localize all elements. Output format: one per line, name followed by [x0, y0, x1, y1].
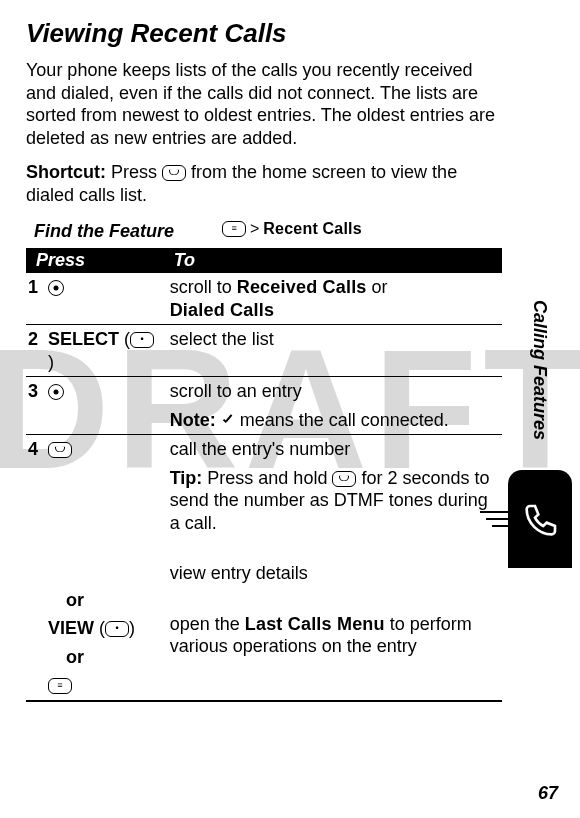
- nav-key-icon: [48, 384, 64, 400]
- intro-paragraph: Your phone keeps lists of the calls you …: [26, 59, 502, 149]
- page-content: Viewing Recent Calls Your phone keeps li…: [0, 0, 580, 720]
- nav-key-icon: [48, 280, 64, 296]
- shortcut-paragraph: Shortcut: Press from the home screen to …: [26, 161, 502, 206]
- checkmark-icon: [221, 414, 235, 428]
- shortcut-before: Press: [106, 162, 162, 182]
- to-cell: select the list: [164, 325, 502, 377]
- select-softkey-label: SELECT: [48, 329, 119, 349]
- find-feature-label: Find the Feature: [34, 221, 174, 242]
- to-cell: scroll to an entry Note: means the call …: [164, 377, 502, 435]
- view-press: VIEW (): [48, 617, 160, 640]
- tip-text: Press and hold: [202, 468, 332, 488]
- press-cell: SELECT (): [48, 325, 164, 377]
- header-press: Press: [26, 248, 164, 273]
- view-softkey-label: VIEW: [48, 618, 94, 638]
- note-text: means the call connected.: [240, 410, 449, 430]
- to-cell: call the entry's number Tip: Press and h…: [164, 435, 502, 701]
- table-row: 1 scroll to Received Calls or Dialed Cal…: [26, 273, 502, 325]
- to-text: call the entry's number: [170, 439, 351, 459]
- step-number: 3: [26, 377, 48, 435]
- to-text: scroll to: [170, 277, 237, 297]
- menu-to-text: open the: [170, 614, 245, 634]
- send-key-icon: [162, 165, 186, 181]
- table-row: 2 SELECT () select the list: [26, 325, 502, 377]
- page-title: Viewing Recent Calls: [26, 18, 502, 49]
- path-item: Recent Calls: [263, 220, 361, 238]
- received-calls-label: Received Calls: [237, 277, 367, 297]
- menu-key-icon: [222, 221, 246, 237]
- or-label: or: [48, 589, 160, 612]
- view-to: view entry details: [170, 562, 502, 585]
- shortcut-label: Shortcut:: [26, 162, 106, 182]
- instructions-table: Press To 1 scroll to Received Calls or D…: [26, 248, 502, 702]
- to-cell: scroll to Received Calls or Dialed Calls: [164, 273, 502, 325]
- page-number: 67: [538, 783, 558, 804]
- to-text: scroll to an entry: [170, 381, 302, 401]
- find-feature-path: > Recent Calls: [222, 220, 362, 238]
- menu-press: [48, 674, 160, 697]
- menu-to: open the Last Calls Menu to perform vari…: [170, 613, 502, 658]
- step-number: 4: [26, 435, 48, 701]
- to-text: or: [367, 277, 388, 297]
- last-calls-menu-label: Last Calls Menu: [245, 614, 385, 634]
- or-label: or: [48, 646, 160, 669]
- softkey-icon: [130, 332, 154, 348]
- table-header-row: Press To: [26, 248, 502, 273]
- note-label: Note:: [170, 410, 216, 430]
- tip-label: Tip:: [170, 468, 203, 488]
- table-row: 3 scroll to an entry Note: means the cal…: [26, 377, 502, 435]
- find-feature-row: Find the Feature > Recent Calls: [26, 220, 502, 242]
- header-to: To: [164, 248, 502, 273]
- table-row: 4 or VIEW () or call the entry's number: [26, 435, 502, 701]
- send-key-icon: [48, 442, 72, 458]
- note-block: Note: means the call connected.: [170, 409, 502, 432]
- step-number: 1: [26, 273, 48, 325]
- step-number: 2: [26, 325, 48, 377]
- press-cell: [48, 377, 164, 435]
- softkey-icon: [105, 621, 129, 637]
- menu-key-icon: [48, 678, 72, 694]
- path-separator: >: [250, 220, 259, 238]
- press-cell: [48, 273, 164, 325]
- press-cell: or VIEW () or: [48, 435, 164, 701]
- tip-block: Tip: Press and hold for 2 seconds to sen…: [170, 467, 502, 535]
- send-key-icon: [332, 471, 356, 487]
- dialed-calls-label: Dialed Calls: [170, 300, 274, 320]
